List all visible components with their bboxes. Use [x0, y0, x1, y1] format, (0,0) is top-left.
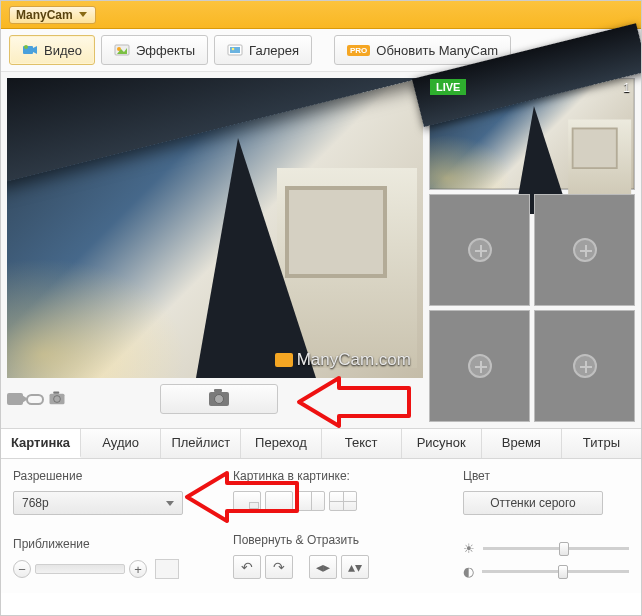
gallery-icon	[227, 42, 243, 58]
app-title-text: ManyCam	[16, 8, 73, 22]
grayscale-button[interactable]: Оттенки серого	[463, 491, 603, 515]
resolution-select[interactable]: 768p	[13, 491, 183, 515]
pip-layout-split[interactable]	[297, 491, 325, 511]
preview-controls	[7, 384, 423, 414]
pip-layout-corner[interactable]	[233, 491, 261, 511]
brightness-slider[interactable]	[483, 547, 629, 550]
pip-label: Картинка в картинке:	[233, 469, 433, 483]
watermark: ManyCam.com	[275, 350, 411, 370]
tab-playlist[interactable]: Плейлист	[161, 429, 241, 458]
main-area: ManyCam.com LIVE 1	[1, 72, 641, 428]
zoom-in-button[interactable]: +	[129, 560, 147, 578]
tab-titles[interactable]: Титры	[562, 429, 641, 458]
add-icon	[468, 238, 492, 262]
chevron-down-icon	[79, 12, 87, 17]
settings-tabs: Картинка Аудио Плейлист Переход Текст Ри…	[1, 428, 641, 459]
resolution-value: 768p	[22, 496, 49, 510]
contrast-slider-row: ◐	[463, 564, 629, 579]
source-slot-2[interactable]	[429, 194, 530, 306]
tab-audio[interactable]: Аудио	[81, 429, 161, 458]
app-menu-button[interactable]: ManyCam	[9, 6, 96, 24]
tab-text[interactable]: Текст	[322, 429, 402, 458]
zoom-control: − +	[13, 559, 203, 579]
sources-grid: LIVE 1	[429, 78, 635, 422]
resolution-label: Разрешение	[13, 469, 203, 483]
flip-vertical-button[interactable]: ▴▾	[341, 555, 369, 579]
rotate-right-button[interactable]: ↷	[265, 555, 293, 579]
color-label: Цвет	[463, 469, 629, 483]
zoom-label: Приближение	[13, 537, 203, 551]
tab-gallery-label: Галерея	[249, 43, 299, 58]
live-badge: LIVE	[430, 79, 466, 95]
chevron-down-icon	[166, 501, 174, 506]
zoom-region-button[interactable]	[155, 559, 179, 579]
brightness-slider-row: ☀	[463, 541, 629, 556]
flip-horizontal-button[interactable]: ◂▸	[309, 555, 337, 579]
svg-marker-1	[33, 46, 37, 54]
tab-time[interactable]: Время	[482, 429, 562, 458]
rotate-label: Повернуть & Отразить	[233, 533, 433, 547]
pro-badge: PRO	[347, 45, 370, 56]
effects-icon	[114, 42, 130, 58]
tab-video[interactable]: Видео	[9, 35, 95, 65]
source-slot-4[interactable]	[429, 310, 530, 422]
contrast-icon: ◐	[463, 564, 474, 579]
svg-point-2	[24, 45, 28, 49]
tab-gallery[interactable]: Галерея	[214, 35, 312, 65]
add-icon	[573, 238, 597, 262]
source-slot-3[interactable]	[534, 194, 635, 306]
source-slot-5[interactable]	[534, 310, 635, 422]
upgrade-label: Обновить ManyCam	[376, 43, 498, 58]
watermark-text: ManyCam.com	[297, 350, 411, 370]
rotate-left-button[interactable]: ↶	[233, 555, 261, 579]
zoom-out-button[interactable]: −	[13, 560, 31, 578]
record-indicators	[7, 392, 67, 406]
record-toggle-icon[interactable]	[26, 394, 44, 405]
tab-transition[interactable]: Переход	[241, 429, 321, 458]
add-icon	[468, 354, 492, 378]
tab-effects[interactable]: Эффекты	[101, 35, 208, 65]
tab-effects-label: Эффекты	[136, 43, 195, 58]
zoom-slider[interactable]	[35, 564, 125, 574]
svg-rect-7	[230, 47, 240, 53]
preview-column: ManyCam.com	[7, 78, 423, 422]
pip-layout-single[interactable]	[265, 491, 293, 511]
videocam-icon[interactable]	[7, 393, 23, 405]
source-slot-1[interactable]: LIVE 1	[429, 78, 635, 190]
svg-point-8	[232, 48, 235, 51]
manycam-logo-icon	[275, 353, 293, 367]
tab-video-label: Видео	[44, 43, 82, 58]
contrast-slider[interactable]	[482, 570, 629, 573]
camera-icon	[209, 392, 229, 406]
camera-small-icon[interactable]	[50, 394, 65, 405]
source-number: 1	[623, 81, 630, 95]
add-icon	[573, 354, 597, 378]
tab-draw[interactable]: Рисунок	[402, 429, 482, 458]
titlebar: ManyCam	[1, 1, 641, 29]
settings-panel: Разрешение 768p Приближение − + Картинка…	[1, 459, 641, 593]
tab-picture[interactable]: Картинка	[1, 429, 81, 458]
pip-layout-quad[interactable]	[329, 491, 357, 511]
video-icon	[22, 42, 38, 58]
pip-layouts	[233, 491, 433, 511]
video-preview[interactable]: ManyCam.com	[7, 78, 423, 378]
rotate-flip-buttons: ↶ ↷ ◂▸ ▴▾	[233, 555, 433, 579]
brightness-icon: ☀	[463, 541, 475, 556]
snapshot-button[interactable]	[160, 384, 278, 414]
